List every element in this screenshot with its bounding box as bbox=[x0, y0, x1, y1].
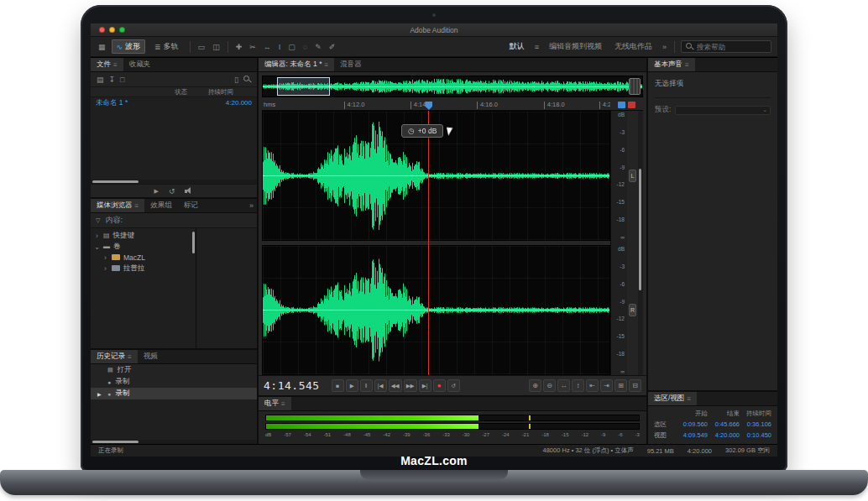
tab-mixer[interactable]: 混音器 bbox=[334, 58, 368, 71]
help-search-box[interactable] bbox=[681, 40, 771, 53]
scrollbar-thumb[interactable] bbox=[639, 169, 641, 290]
import-file-icon[interactable]: ↧ bbox=[109, 76, 116, 84]
stop-button[interactable]: ■ bbox=[332, 379, 344, 392]
monitor-icon[interactable]: ▭ bbox=[196, 43, 207, 51]
workspace-edit-audio-to-video[interactable]: 编辑音频到视频 bbox=[545, 41, 606, 52]
tab-editor[interactable]: 编辑器: 未命名 1 * ≡ bbox=[259, 58, 334, 71]
overview-strip[interactable] bbox=[262, 76, 643, 97]
minimize-window-button[interactable] bbox=[109, 27, 115, 33]
workspace-default[interactable]: 默认 bbox=[505, 41, 529, 52]
pause-button[interactable]: ‖ bbox=[360, 379, 373, 392]
chevron-down-icon[interactable]: ⌄ bbox=[94, 243, 100, 251]
rewind-button[interactable]: ◀◀ bbox=[389, 379, 402, 392]
zoom-to-out-point-button[interactable]: ⇥ bbox=[600, 379, 613, 392]
tree-item-volume2[interactable]: › 拉普拉 bbox=[91, 263, 196, 274]
panel-menu-icon[interactable]: ≡ bbox=[113, 61, 118, 69]
right-channel-waveform[interactable] bbox=[262, 245, 610, 375]
panel-menu-icon[interactable]: ≡ bbox=[281, 400, 285, 408]
lasso-tool-icon[interactable]: ◌ bbox=[301, 43, 309, 51]
speaker-icon[interactable] bbox=[185, 187, 193, 195]
slip-tool-icon[interactable]: ↔ bbox=[262, 43, 273, 51]
scrollbar-thumb[interactable] bbox=[92, 441, 139, 443]
workspace-grid-icon[interactable]: ▦ bbox=[97, 43, 107, 51]
panel-menu-icon[interactable]: ≡ bbox=[128, 353, 132, 361]
tab-media-browser[interactable]: 媒体浏览器 ≡ bbox=[91, 199, 144, 212]
skip-to-start-button[interactable]: |◀ bbox=[374, 379, 387, 392]
view-end-value[interactable]: 4:20.000 bbox=[708, 431, 740, 440]
column-duration[interactable]: 持续时间 bbox=[208, 88, 252, 97]
tab-files[interactable]: 文件 ≡ bbox=[91, 58, 123, 71]
filter-icon[interactable]: ▽ bbox=[96, 217, 100, 224]
panel-menu-icon[interactable]: ≡ bbox=[687, 395, 691, 403]
skip-to-end-button[interactable]: ▶| bbox=[419, 379, 431, 392]
chevron-right-icon[interactable]: › bbox=[102, 264, 108, 273]
zoom-vertical-button[interactable]: ↕ bbox=[572, 379, 584, 392]
history-item-record[interactable]: ● 录制 bbox=[91, 376, 257, 388]
record-button[interactable]: ● bbox=[433, 379, 446, 392]
auto-play-icon[interactable]: ↺ bbox=[169, 187, 175, 196]
move-tool-icon[interactable]: ✚ bbox=[234, 43, 244, 51]
tab-effects-rack[interactable]: 效果组 bbox=[144, 199, 178, 212]
loop-playback-button[interactable]: ↺ bbox=[447, 379, 460, 392]
volume-hud[interactable]: ◷ +0 dB bbox=[401, 124, 453, 138]
file-row[interactable]: 未命名 1 * 4:20.000 bbox=[91, 97, 257, 108]
right-channel-badge[interactable]: R bbox=[629, 304, 636, 316]
overview-view-handle[interactable] bbox=[629, 78, 641, 95]
selection-end-value[interactable]: 0:45.666 bbox=[708, 420, 740, 429]
tree-item-maczl[interactable]: › MacZL bbox=[91, 252, 196, 263]
chevron-right-icon[interactable]: › bbox=[94, 232, 100, 240]
tab-markers[interactable]: 标记 bbox=[178, 199, 204, 212]
timeline-ruler[interactable]: hms 4:12.0 4:14.0 4:16.0 4:18.0 4:2 bbox=[262, 100, 610, 111]
overview-selection[interactable] bbox=[277, 77, 329, 96]
marquee-tool-icon[interactable]: ▢ bbox=[286, 43, 297, 51]
workspace-menu-icon[interactable]: ≡ bbox=[533, 43, 541, 51]
scrollbar-thumb[interactable] bbox=[92, 180, 139, 183]
zoom-to-selection-button[interactable]: ⊞ bbox=[614, 379, 627, 392]
panel-menu-icon[interactable]: ≡ bbox=[135, 202, 139, 210]
tab-essential-sound[interactable]: 基本声音 ≡ bbox=[648, 58, 695, 71]
display-icon[interactable]: ◫ bbox=[211, 43, 222, 51]
tree-scrollbar-thumb[interactable] bbox=[192, 232, 195, 253]
play-button[interactable]: ▶ bbox=[346, 379, 358, 392]
preview-play-icon[interactable]: ▶ bbox=[154, 188, 159, 195]
waveform-view-button[interactable]: ∿ 波形 bbox=[112, 39, 146, 54]
tree-item-shortcuts[interactable]: › ▤ 快捷键 bbox=[91, 230, 196, 241]
zoom-out-button[interactable]: ⊖ bbox=[543, 379, 556, 392]
workspace-overflow-icon[interactable]: » bbox=[661, 43, 668, 51]
maximize-window-button[interactable] bbox=[119, 27, 125, 33]
tab-overflow-icon[interactable]: » bbox=[249, 201, 254, 210]
tab-levels[interactable]: 电平 ≡ bbox=[259, 397, 291, 410]
help-search-input[interactable] bbox=[697, 43, 766, 51]
zoom-in-button[interactable]: ⊕ bbox=[529, 379, 541, 392]
playhead-line[interactable] bbox=[428, 111, 429, 375]
open-file-icon[interactable]: ▤ bbox=[97, 76, 104, 84]
selection-start-value[interactable]: 0:09.560 bbox=[676, 420, 708, 429]
left-channel-badge[interactable]: L bbox=[629, 170, 636, 182]
tab-video[interactable]: 视频 bbox=[138, 350, 164, 363]
time-display[interactable]: 4:14.545 bbox=[264, 379, 320, 392]
brush-tool-icon[interactable]: ✐ bbox=[327, 43, 337, 51]
zoom-horizontal-button[interactable]: ↔ bbox=[557, 379, 570, 392]
close-window-button[interactable] bbox=[99, 27, 105, 33]
pencil-tool-icon[interactable]: ✎ bbox=[313, 43, 323, 51]
history-item-open[interactable]: ▤ 打开 bbox=[91, 364, 257, 376]
new-item-icon[interactable]: □ bbox=[120, 76, 124, 84]
zoom-full-button[interactable]: ⊟ bbox=[629, 379, 641, 392]
zoom-to-in-point-button[interactable]: ⇤ bbox=[586, 379, 599, 392]
chevron-right-icon[interactable]: › bbox=[102, 253, 108, 262]
razor-tool-icon[interactable]: ✂ bbox=[248, 43, 258, 51]
panel-menu-icon[interactable]: ≡ bbox=[685, 61, 689, 69]
files-search-icon[interactable] bbox=[243, 76, 251, 83]
workspace-radio-production[interactable]: 无线电作品 bbox=[610, 41, 656, 52]
playhead-handle[interactable] bbox=[425, 102, 432, 110]
time-selection-tool-icon[interactable]: I bbox=[277, 43, 283, 51]
fast-forward-button[interactable]: ▶▶ bbox=[404, 379, 417, 392]
selection-duration-value[interactable]: 0:36.106 bbox=[740, 420, 771, 429]
view-start-value[interactable]: 4:09.549 bbox=[676, 431, 708, 440]
multitrack-view-button[interactable]: ≣ 多轨 bbox=[149, 39, 184, 54]
trash-icon[interactable]: ▯ bbox=[234, 76, 238, 84]
history-item-record-current[interactable]: ▶ ● 录制 bbox=[91, 388, 257, 399]
view-duration-value[interactable]: 0:10.450 bbox=[740, 431, 771, 440]
tab-history[interactable]: 历史记录 ≡ bbox=[91, 350, 138, 363]
monitor-speaker-icon[interactable] bbox=[618, 102, 625, 108]
